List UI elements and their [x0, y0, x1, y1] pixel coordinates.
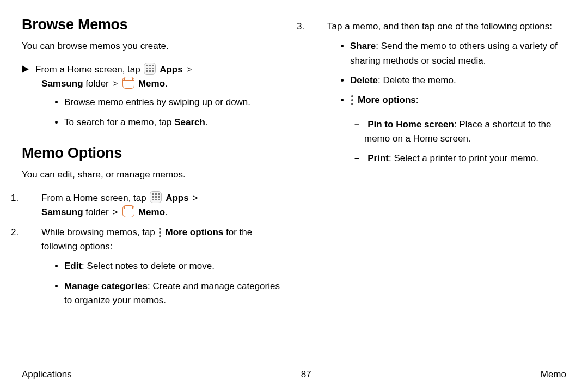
more-options-icon	[351, 95, 354, 105]
left-column: Browse Memos You can browse memos you cr…	[22, 16, 280, 317]
memo-icon	[122, 77, 134, 89]
dash-pin-home: Pin to Home screen: Place a shortcut to …	[364, 118, 566, 146]
search-bold: Search	[174, 117, 205, 127]
step-2: 2.While browsing memos, tap More options…	[22, 225, 280, 254]
print-bold: Print	[367, 153, 389, 163]
memo-label: Memo	[138, 207, 165, 217]
step1-pretext: From a Home screen, tap	[41, 193, 149, 203]
edit-bold: Edit	[64, 261, 82, 271]
play-marker-icon	[22, 65, 29, 73]
footer-section: Applications	[22, 369, 72, 380]
step-1: 1.From a Home screen, tap Apps > Samsung…	[22, 191, 280, 220]
step-number: 2.	[26, 225, 38, 240]
browse-intro: You can browse memos you create.	[22, 40, 280, 53]
apps-label: Apps	[160, 64, 183, 75]
page-footer: Applications 87 Memo	[22, 369, 566, 380]
page-columns: Browse Memos You can browse memos you cr…	[22, 16, 566, 317]
samsung-label: Samsung	[41, 78, 83, 89]
step2-pretext: While browsing memos, tap	[41, 227, 158, 237]
path-pretext: From a Home screen, tap	[35, 64, 143, 75]
delete-bold: Delete	[350, 75, 378, 85]
chevron-icon: >	[186, 64, 192, 75]
more-options-bold: More options	[358, 95, 416, 105]
options-intro: You can edit, share, or manage memos.	[22, 168, 280, 181]
delete-text: : Delete the memo.	[378, 75, 456, 85]
bullet-manage-categories: Manage categories: Create and manage cat…	[64, 279, 280, 308]
share-bold: Share	[350, 41, 376, 51]
folder-word: folder	[83, 207, 112, 217]
period: .	[165, 78, 168, 89]
edit-text: : Select notes to delete or move.	[82, 261, 215, 271]
chevron-icon: >	[113, 78, 118, 89]
browse-path-step: From a Home screen, tap Apps > Samsung f…	[22, 63, 280, 91]
bullet-share: Share: Send the memo to others using a v…	[350, 39, 566, 68]
dash-print: Print: Select a printer to print your me…	[364, 151, 566, 166]
browse-sub-bullets: Browse memo entries by swiping up or dow…	[22, 95, 280, 130]
step-3: 3.Tap a memo, and then tap one of the fo…	[308, 20, 566, 34]
step3-text: Tap a memo, and then tap one of the foll…	[327, 21, 552, 32]
heading-memo-options: Memo Options	[22, 145, 280, 162]
footer-page-number: 87	[301, 369, 311, 380]
bullet-more-options: More options:	[350, 93, 566, 107]
chevron-icon: >	[192, 193, 198, 203]
footer-topic: Memo	[541, 369, 566, 380]
step3-sub-bullets: Share: Send the memo to others using a v…	[308, 39, 566, 107]
more-options-label: More options	[166, 227, 224, 237]
right-column: 3.Tap a memo, and then tap one of the fo…	[308, 16, 566, 317]
more-options-colon: :	[416, 95, 419, 105]
folder-word: folder	[83, 78, 112, 89]
print-text: : Select a printer to print your memo.	[389, 153, 538, 163]
more-options-dash-list: Pin to Home screen: Place a shortcut to …	[308, 118, 566, 166]
bullet-search-memo: To search for a memo, tap Search.	[64, 115, 280, 130]
bullet-edit: Edit: Select notes to delete or move.	[64, 259, 280, 273]
more-options-icon	[159, 228, 162, 237]
period: .	[165, 207, 168, 217]
heading-browse-memos: Browse Memos	[22, 16, 280, 33]
apps-icon	[144, 63, 156, 75]
memo-icon	[122, 205, 134, 217]
share-text: : Send the memo to others using a variet…	[350, 41, 558, 65]
apps-icon	[150, 191, 162, 203]
chevron-icon: >	[113, 207, 118, 217]
step-number: 1.	[26, 191, 38, 205]
mc-bold: Manage categories	[64, 281, 148, 291]
bullet-browse-entries: Browse memo entries by swiping up or dow…	[64, 95, 280, 109]
bullet-delete: Delete: Delete the memo.	[350, 74, 566, 88]
pin-bold: Pin to Home screen	[367, 119, 454, 130]
memo-label: Memo	[138, 78, 165, 89]
period: .	[205, 117, 208, 127]
search-pretext: To search for a memo, tap	[64, 117, 174, 127]
samsung-label: Samsung	[41, 207, 83, 217]
apps-label: Apps	[166, 193, 189, 203]
step-number: 3.	[312, 20, 324, 34]
step2-sub-bullets: Edit: Select notes to delete or move. Ma…	[22, 259, 280, 308]
